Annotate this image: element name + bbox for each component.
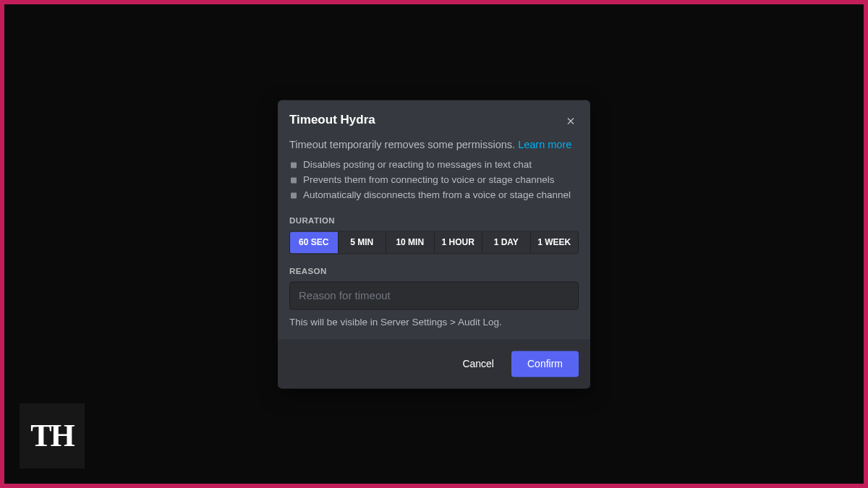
timeout-modal: Timeout Hydra Timeout temporarily remove… <box>278 100 590 388</box>
duration-option-10min[interactable]: 10 MIN <box>386 231 435 253</box>
modal-header: Timeout Hydra <box>289 113 579 129</box>
confirm-button[interactable]: Confirm <box>511 351 579 377</box>
duration-option-1week[interactable]: 1 WEEK <box>531 231 579 253</box>
watermark-text: TH <box>30 420 74 452</box>
square-bullet-icon <box>291 177 297 183</box>
square-bullet-icon <box>291 192 297 198</box>
duration-option-1hour[interactable]: 1 HOUR <box>435 231 483 253</box>
duration-label: DURATION <box>289 216 579 225</box>
list-item-text: Prevents them from connecting to voice o… <box>303 173 554 188</box>
close-icon <box>565 115 576 127</box>
learn-more-link[interactable]: Learn more <box>518 139 571 150</box>
modal-body: Timeout Hydra Timeout temporarily remove… <box>278 100 590 339</box>
duration-segmented-control: 60 SEC 5 MIN 10 MIN 1 HOUR 1 DAY 1 WEEK <box>289 231 579 254</box>
effects-list: Disables posting or reacting to messages… <box>289 158 579 203</box>
list-item: Disables posting or reacting to messages… <box>291 158 579 173</box>
modal-footer: Cancel Confirm <box>278 339 590 388</box>
list-item-text: Automatically disconnects them from a vo… <box>303 188 571 203</box>
app-background: TH Timeout Hydra Timeout temporarily rem… <box>4 4 864 484</box>
square-bullet-icon <box>291 162 297 168</box>
list-item: Automatically disconnects them from a vo… <box>291 188 579 203</box>
duration-option-5min[interactable]: 5 MIN <box>339 231 387 253</box>
modal-title: Timeout Hydra <box>289 113 375 127</box>
audit-log-note: This will be visible in Server Settings … <box>289 317 579 328</box>
duration-option-1day[interactable]: 1 DAY <box>482 231 531 253</box>
reason-label: REASON <box>289 267 579 275</box>
cancel-button[interactable]: Cancel <box>452 351 504 377</box>
modal-description: Timeout temporarily removes some permiss… <box>289 137 579 152</box>
description-text: Timeout temporarily removes some permiss… <box>289 139 518 150</box>
list-item: Prevents them from connecting to voice o… <box>291 173 579 188</box>
reason-input[interactable] <box>289 281 579 309</box>
watermark-badge: TH <box>20 403 85 468</box>
list-item-text: Disables posting or reacting to messages… <box>303 158 532 173</box>
duration-option-60sec[interactable]: 60 SEC <box>290 231 339 253</box>
close-button[interactable] <box>563 113 579 129</box>
